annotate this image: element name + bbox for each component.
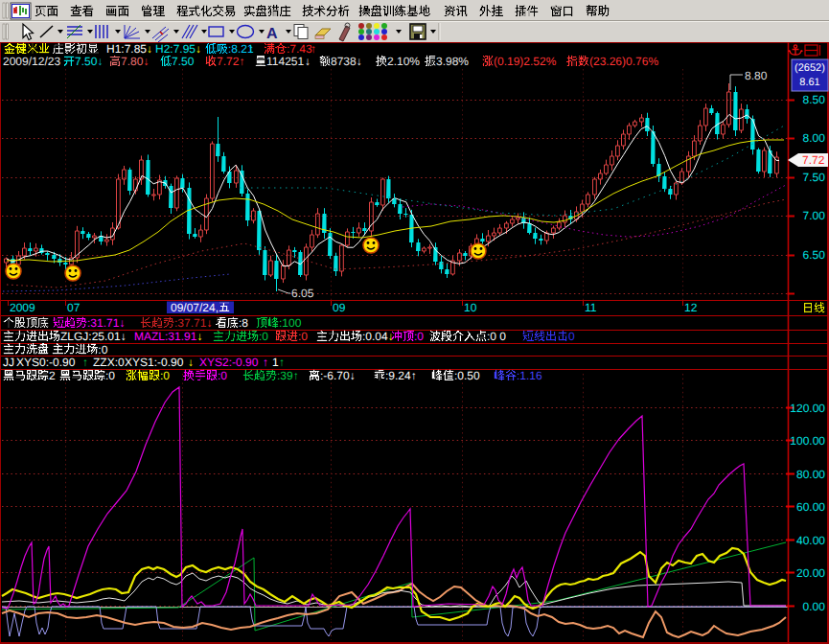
svg-text:20.00: 20.00: [796, 566, 825, 580]
svg-text:8.50: 8.50: [803, 93, 826, 106]
svg-text:↓: ↓: [143, 55, 149, 68]
svg-text:↓: ↓: [196, 42, 201, 56]
svg-text:8.80: 8.80: [745, 69, 768, 82]
svg-text:09/07/24,: 09/07/24,: [171, 301, 219, 314]
svg-text:09: 09: [333, 301, 346, 314]
svg-text::0: :0: [98, 343, 107, 356]
svg-text::100: :100: [279, 316, 302, 330]
svg-text:6.05: 6.05: [291, 287, 314, 300]
svg-text::0: :0: [105, 369, 115, 382]
svg-text:XYS2:-0.90: XYS2:-0.90: [199, 356, 259, 369]
svg-text:(0.19)2.52%: (0.19)2.52%: [494, 55, 557, 68]
svg-text:↑: ↑: [411, 369, 417, 382]
svg-text:↓: ↓: [357, 55, 362, 68]
svg-text::39: :39: [277, 369, 293, 382]
svg-text::0: :0: [218, 369, 227, 382]
svg-text::-6.70: :-6.70: [320, 369, 350, 382]
svg-text::9.24: :9.24: [385, 369, 411, 382]
svg-text:2: 2: [49, 369, 56, 382]
svg-text:11: 11: [585, 301, 597, 314]
svg-text:↑: ↑: [293, 369, 299, 382]
svg-text:ZLGJ:25.01: ZLGJ:25.01: [60, 330, 121, 343]
svg-text:7.50: 7.50: [75, 55, 98, 68]
svg-text:↑: ↑: [311, 42, 316, 56]
svg-text::0: :0: [414, 330, 424, 343]
svg-text:8738: 8738: [331, 55, 357, 68]
svg-text:H1:7.85: H1:7.85: [106, 42, 147, 56]
svg-text:MAZL:31.91: MAZL:31.91: [134, 330, 197, 343]
svg-text:7.72: 7.72: [802, 153, 825, 167]
svg-text:7.00: 7.00: [803, 209, 826, 222]
svg-text::0: :0: [298, 330, 308, 343]
svg-text:H2:7.95: H2:7.95: [155, 42, 196, 56]
svg-text:7.72: 7.72: [217, 55, 240, 68]
svg-text:↓: ↓: [188, 356, 194, 369]
svg-text:2.10%: 2.10%: [387, 55, 420, 68]
svg-text:XYS0:-0.90: XYS0:-0.90: [16, 356, 76, 369]
svg-text:114251: 114251: [266, 55, 304, 68]
svg-text::8: :8: [239, 316, 248, 330]
svg-text::37.71: :37.71: [174, 316, 207, 330]
svg-text:60.00: 60.00: [796, 500, 825, 514]
svg-text:8.61: 8.61: [799, 77, 819, 88]
svg-text:↑: ↑: [248, 42, 254, 56]
svg-text:07: 07: [67, 301, 81, 314]
svg-text:1: 1: [272, 356, 279, 369]
svg-text:↑: ↑: [82, 356, 88, 369]
svg-text:0.00: 0.00: [803, 600, 826, 613]
svg-text:↓: ↓: [305, 55, 311, 68]
svg-text:↓: ↓: [119, 316, 125, 330]
svg-text:7.50: 7.50: [803, 171, 826, 184]
svg-text::0: :0: [160, 369, 170, 382]
svg-text:(2652): (2652): [794, 62, 825, 74]
svg-text:↑: ↑: [279, 356, 285, 369]
svg-text::0.50: :0.50: [454, 369, 480, 382]
svg-text:2009/12/23: 2009/12/23: [3, 55, 60, 68]
svg-text:7.50: 7.50: [172, 55, 195, 68]
svg-text::7.43: :7.43: [287, 42, 312, 56]
svg-text:0: 0: [568, 330, 575, 343]
svg-text::1.16: :1.16: [517, 369, 542, 382]
svg-text:6.50: 6.50: [803, 248, 826, 262]
svg-text:XYS1:-0.90: XYS1:-0.90: [125, 356, 184, 369]
svg-text:↓: ↓: [196, 330, 202, 343]
svg-text:80.00: 80.00: [796, 468, 825, 481]
svg-text:↓: ↓: [147, 42, 152, 56]
svg-text:7.80: 7.80: [121, 55, 144, 68]
svg-text::0: :0: [259, 330, 268, 343]
svg-text::31.71: :31.71: [87, 316, 120, 330]
svg-text::0.04: :0.04: [362, 330, 388, 343]
svg-text:100.00: 100.00: [790, 434, 825, 448]
svg-text:JJ: JJ: [3, 356, 14, 369]
svg-text:120.00: 120.00: [790, 402, 825, 415]
svg-text:A: A: [266, 26, 278, 42]
svg-text:10: 10: [464, 301, 477, 314]
svg-text:8.00: 8.00: [803, 131, 826, 145]
svg-text:↓: ↓: [97, 55, 103, 68]
svg-text:↑: ↑: [263, 356, 268, 369]
svg-text:(23.26)0.76%: (23.26)0.76%: [589, 55, 658, 68]
svg-text:2009: 2009: [10, 301, 35, 314]
svg-text:ZZX:0: ZZX:0: [93, 356, 125, 369]
svg-text:↓: ↓: [121, 330, 127, 343]
svg-text:40.00: 40.00: [796, 534, 825, 547]
svg-text::0 0: :0 0: [487, 330, 506, 343]
svg-text:3.98%: 3.98%: [436, 55, 469, 68]
svg-text:↓: ↓: [350, 369, 356, 382]
svg-text:12: 12: [684, 301, 698, 314]
svg-text:↑: ↑: [239, 55, 244, 68]
svg-text:↓: ↓: [206, 316, 212, 330]
